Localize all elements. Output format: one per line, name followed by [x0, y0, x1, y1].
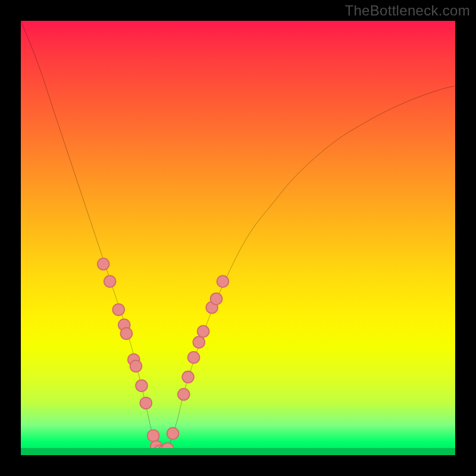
highlight-dot	[130, 360, 142, 372]
highlight-dot	[121, 328, 133, 340]
highlight-dot	[193, 336, 205, 348]
highlight-dot	[112, 304, 124, 316]
watermark-text: TheBottleneck.com	[345, 2, 470, 19]
highlight-dot	[217, 275, 229, 287]
bottleneck-curve-path	[21, 21, 455, 452]
highlight-dot	[167, 428, 179, 440]
highlight-dot	[136, 380, 148, 392]
highlight-dots-group	[98, 258, 228, 455]
highlight-dot	[188, 352, 200, 364]
highlight-dot	[148, 430, 159, 441]
bottom-green-strip	[21, 448, 455, 455]
highlight-dot	[198, 325, 209, 337]
highlight-dot	[140, 397, 152, 409]
highlight-dot	[211, 293, 223, 305]
highlight-dot	[182, 371, 194, 383]
highlight-dot	[178, 389, 190, 400]
chart-frame: TheBottleneck.com	[0, 0, 476, 476]
highlight-dot	[104, 275, 116, 287]
plot-area	[21, 21, 455, 455]
bottleneck-chart-svg	[21, 21, 455, 455]
highlight-dot	[98, 258, 109, 270]
